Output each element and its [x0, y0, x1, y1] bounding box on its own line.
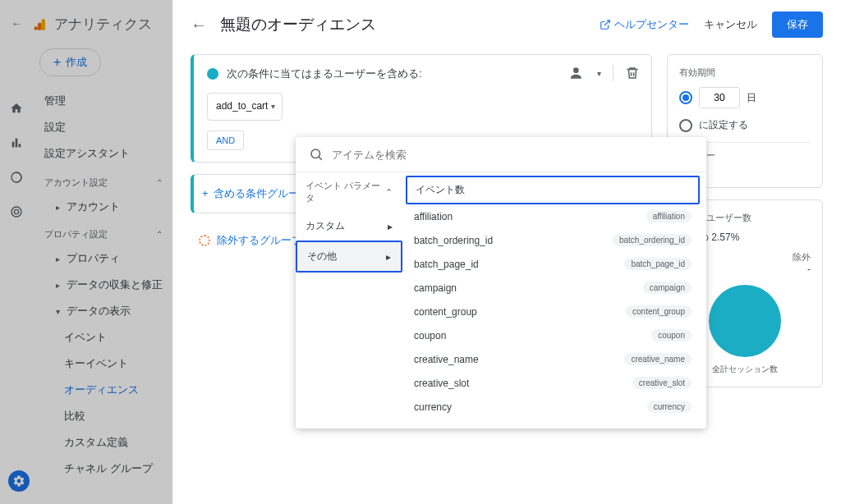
exclude-circle-icon [199, 235, 210, 246]
sidebar-item-key-events[interactable]: キーイベント [33, 351, 172, 377]
sidebar-section-admin: 管理 設定 設定アシスタント [33, 86, 172, 168]
chevron-down-icon: ▾ [271, 102, 275, 111]
list-item[interactable]: batch_page_idbatch_page_id [406, 252, 700, 276]
create-button-label: 作成 [66, 55, 87, 70]
nav-rail: ← [0, 0, 33, 504]
condition-actions: ▾ [569, 65, 640, 81]
event-select[interactable]: add_to_cart ▾ [207, 93, 283, 121]
delete-icon[interactable] [625, 66, 640, 80]
sidebar-item-account[interactable]: ▸ アカウント [33, 194, 172, 220]
svg-rect-0 [12, 142, 15, 148]
category-header: イベント パラメータ ⌃ [296, 172, 402, 212]
popover-search [296, 137, 706, 172]
chevron-down-icon: ▾ [56, 307, 60, 316]
list-item[interactable]: creative_namecreative_name [406, 347, 700, 371]
reports-icon[interactable] [8, 135, 25, 151]
list-item[interactable]: campaigncampaign [406, 276, 700, 300]
sidebar-heading-property: プロパティ設定 ⌃ [33, 220, 172, 245]
chevron-right-icon: ▸ [388, 221, 393, 232]
sidebar-item-data-display[interactable]: ▾ データの表示 [33, 298, 172, 324]
advertising-icon[interactable] [8, 204, 25, 220]
create-button[interactable]: + 作成 [39, 48, 101, 76]
parameter-popover: イベント パラメータ ⌃ カスタム ▸ その他 ▸ イベント数 affiliat… [296, 137, 706, 428]
chevron-down-icon[interactable]: ▾ [597, 69, 601, 78]
svg-rect-2 [19, 144, 21, 147]
brand-text: アナリティクス [54, 15, 152, 34]
app-root: ← アナリティクス + 作成 管理 設定 [0, 0, 841, 504]
chevron-right-icon: ▸ [386, 251, 391, 263]
sidebar-item-custom-def[interactable]: カスタム定義 [33, 429, 172, 456]
open-in-new-icon [600, 19, 611, 30]
sidebar-item-channel-group[interactable]: チャネル グループ [33, 456, 172, 482]
event-select-label: add_to_cart [216, 100, 268, 113]
plus-icon: + [53, 55, 61, 70]
sidebar-item-events[interactable]: イベント [33, 324, 172, 351]
category-other[interactable]: その他 ▸ [296, 241, 402, 273]
sidebar-item-settings[interactable]: 設定 [33, 114, 172, 140]
list-item[interactable]: couponcoupon [406, 323, 700, 347]
divider [613, 65, 614, 81]
back-arrow-rail[interactable]: ← [8, 15, 25, 31]
set-limit-label: に設定する [699, 118, 748, 132]
home-icon[interactable] [8, 100, 25, 117]
list-item[interactable]: affiliationaffiliation [406, 204, 700, 228]
duration-row: 日 [679, 87, 811, 108]
popover-categories: イベント パラメータ ⌃ カスタム ▸ その他 ▸ [296, 172, 402, 422]
sidebar-item-property[interactable]: ▸ プロパティ [33, 245, 172, 272]
duration-heading: 有効期間 [679, 66, 811, 79]
analytics-logo-icon [33, 17, 48, 32]
svg-point-10 [311, 149, 320, 158]
back-arrow-icon[interactable]: ← [191, 16, 207, 34]
svg-point-9 [573, 67, 579, 73]
main-header: ← 無題のオーディエンス ヘルプセンター キャンセル 保存 [172, 0, 841, 49]
chevron-right-icon: ▸ [56, 254, 60, 263]
list-item[interactable]: creative_slotcreative_slot [406, 371, 700, 395]
list-item[interactable]: currencycurrency [406, 395, 700, 419]
popover-body: イベント パラメータ ⌃ カスタム ▸ その他 ▸ イベント数 affiliat… [296, 172, 706, 422]
chevron-right-icon: ▸ [56, 203, 60, 212]
condition-title: 次の条件に当てはまるユーザーを含める: [227, 66, 422, 81]
list-item[interactable]: content_groupcontent_group [406, 300, 700, 323]
include-dot-icon [207, 68, 218, 80]
svg-point-8 [34, 26, 39, 30]
brand: アナリティクス [33, 8, 172, 45]
search-icon [309, 147, 324, 162]
page-title: 無題のオーディエンス [220, 14, 376, 35]
list-item[interactable]: batch_ordering_idbatch_ordering_id [406, 228, 700, 252]
list-item-event-count[interactable]: イベント数 [406, 176, 700, 204]
svg-rect-7 [38, 22, 42, 30]
sidebar: アナリティクス + 作成 管理 設定 設定アシスタント アカウント設定 ⌃ ▸ … [33, 0, 172, 504]
category-custom[interactable]: カスタム ▸ [296, 212, 402, 241]
and-button[interactable]: AND [207, 131, 244, 150]
svg-point-5 [14, 209, 18, 213]
plus-icon: + [202, 187, 209, 199]
admin-gear-icon[interactable] [8, 470, 30, 492]
sidebar-item-assistant[interactable]: 設定アシスタント [33, 140, 172, 167]
chevron-up-icon[interactable]: ⌃ [156, 230, 163, 239]
svg-rect-6 [42, 19, 46, 30]
help-link[interactable]: ヘルプセンター [600, 17, 689, 32]
search-input[interactable] [332, 149, 693, 161]
svg-point-4 [11, 207, 21, 217]
sidebar-item-data-collection[interactable]: ▸ データの収集と修正 [33, 272, 172, 298]
sidebar-item-admin[interactable]: 管理 [33, 88, 172, 114]
popover-list: イベント数 affiliationaffiliation batch_order… [402, 172, 706, 422]
main-header-left: ← 無題のオーディエンス [191, 14, 376, 35]
sidebar-heading-account: アカウント設定 ⌃ [33, 168, 172, 194]
explore-icon[interactable] [8, 169, 25, 186]
duration-input[interactable] [699, 87, 740, 108]
summary-circle-icon [709, 285, 781, 357]
chevron-up-icon[interactable]: ⌃ [385, 187, 393, 198]
chevron-right-icon: ▸ [56, 281, 60, 290]
sidebar-item-compare[interactable]: 比較 [33, 403, 172, 429]
duration-unit: 日 [747, 91, 756, 105]
scope-user-icon[interactable] [569, 65, 586, 81]
chevron-up-icon[interactable]: ⌃ [156, 178, 163, 187]
main-header-right: ヘルプセンター キャンセル 保存 [600, 11, 823, 38]
svg-rect-1 [16, 139, 18, 148]
radio-unselected[interactable] [679, 119, 692, 132]
radio-selected[interactable] [679, 91, 692, 104]
save-button[interactable]: 保存 [772, 11, 823, 38]
cancel-button[interactable]: キャンセル [704, 17, 757, 32]
sidebar-item-audiences[interactable]: オーディエンス [33, 377, 172, 403]
